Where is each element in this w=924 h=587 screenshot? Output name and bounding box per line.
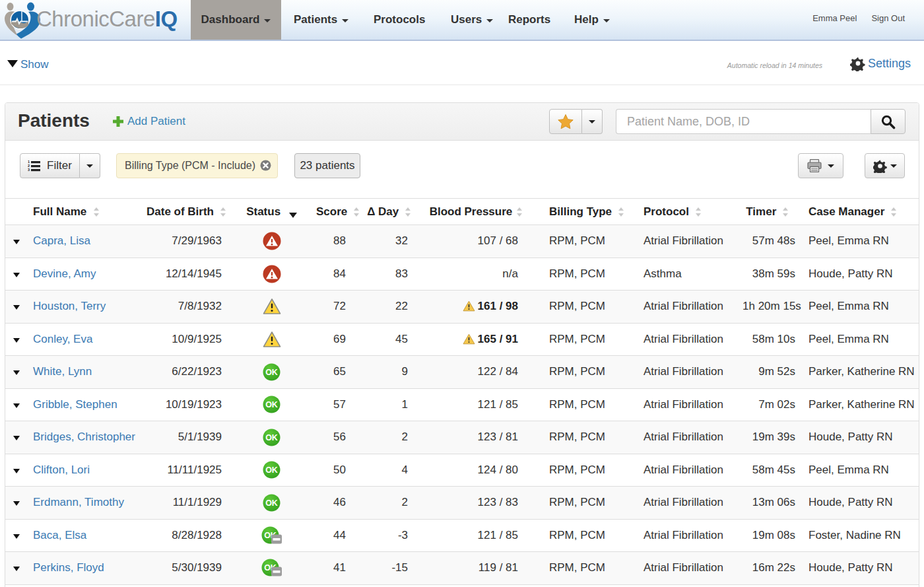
svg-text:OK: OK <box>265 368 278 377</box>
svg-text:3: 3 <box>28 168 30 172</box>
svg-text:OK: OK <box>265 433 278 442</box>
svg-text:OK: OK <box>265 466 278 475</box>
svg-text:OK: OK <box>265 499 278 508</box>
svg-text:OK: OK <box>265 400 278 409</box>
